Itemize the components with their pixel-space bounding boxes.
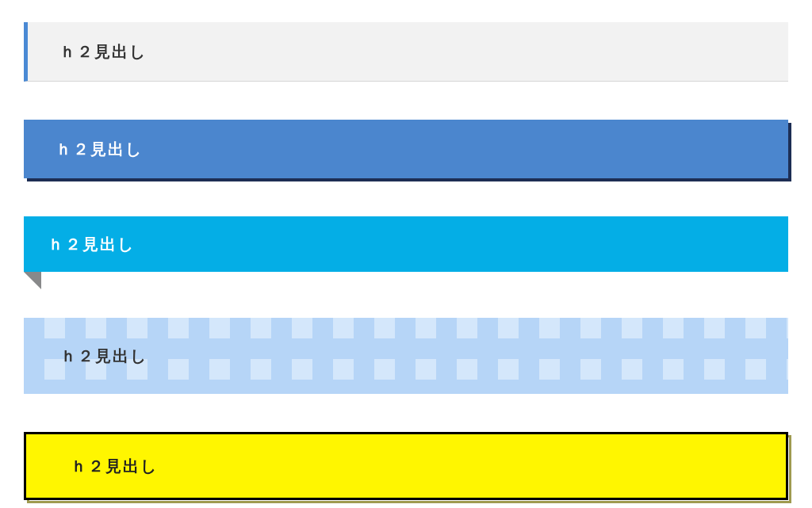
h2-heading-checker: ｈ２見出し — [24, 318, 788, 394]
h2-heading-left-accent: ｈ２見出し — [24, 22, 788, 82]
h2-heading-boxed-wrap: ｈ２見出し — [24, 432, 788, 500]
h2-heading-shadow: ｈ２見出し — [24, 120, 788, 178]
heading-styles-preview: ｈ２見出し ｈ２見出し ｈ２見出し ｈ２見出し ｈ２見出し — [0, 0, 812, 508]
h2-heading-ribbon: ｈ２見出し — [24, 216, 788, 272]
h2-heading-boxed: ｈ２見出し — [24, 432, 788, 500]
